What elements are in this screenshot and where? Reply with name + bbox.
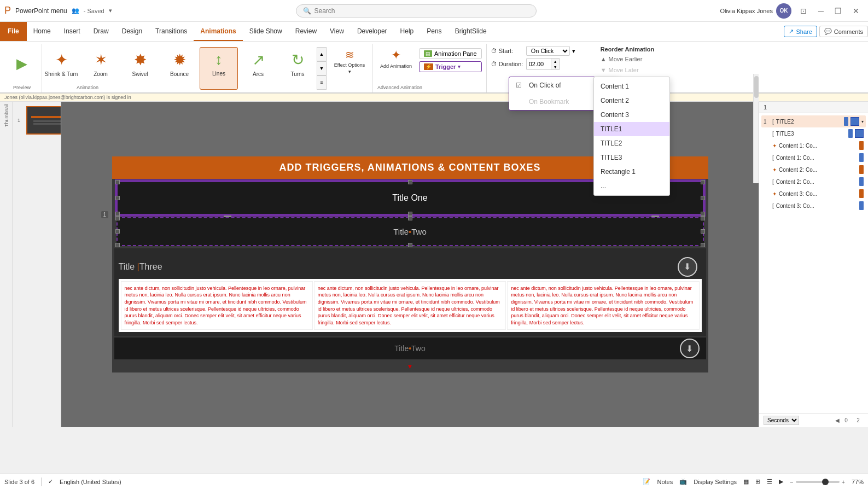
restore-button[interactable]: ❐ xyxy=(831,3,846,19)
comments-button[interactable]: 💬 Comments xyxy=(819,26,868,37)
anim-list-item-content2b[interactable]: [ Content 2: Co... xyxy=(761,176,866,188)
handle-r[interactable] xyxy=(701,196,705,200)
handle-l[interactable] xyxy=(115,229,120,234)
tab-draw[interactable]: Draw xyxy=(87,22,115,41)
zoom-out-icon[interactable]: − xyxy=(790,479,793,485)
seconds-select[interactable]: Seconds xyxy=(764,416,799,425)
tab-pens[interactable]: Pens xyxy=(420,22,448,41)
tab-insert[interactable]: Insert xyxy=(57,22,87,41)
handle-bl[interactable] xyxy=(115,212,120,216)
close-button[interactable]: ✕ xyxy=(848,3,864,19)
handle-t[interactable] xyxy=(408,180,412,184)
anim-list-item-content2a[interactable]: ✦ Content 2: Co... xyxy=(761,164,866,176)
notes-label[interactable]: Notes xyxy=(657,479,673,485)
tab-animations[interactable]: Animations xyxy=(194,22,242,41)
handle-r[interactable] xyxy=(701,229,705,234)
app-title: PowerPoint menu xyxy=(15,7,67,15)
handle-bl[interactable] xyxy=(115,243,120,247)
down-arrow-bottom-button[interactable]: ⬇ xyxy=(680,339,700,358)
comment-icon: 💬 xyxy=(824,28,832,35)
anim-shrink-turn[interactable]: ✦ Shrink & Turn xyxy=(42,47,80,90)
anim-arcs[interactable]: ↗ Arcs xyxy=(239,47,277,90)
anim-swivel[interactable]: ✸ Swivel xyxy=(121,47,159,90)
submenu-more[interactable]: ... xyxy=(594,179,669,193)
thumbnail-slide-1[interactable]: 1 xyxy=(26,106,61,135)
anim-list-item-content3b[interactable]: [ Content 3: Co... xyxy=(761,200,866,212)
tab-developer[interactable]: Developer xyxy=(351,22,394,41)
add-animation-button[interactable]: ✦ Add Animation xyxy=(377,46,415,71)
move-later-button[interactable]: ▼ Move Later xyxy=(601,66,674,74)
scroll-more-button[interactable]: ≡ xyxy=(317,75,327,90)
view-slide-sorter-icon[interactable]: ⊞ xyxy=(755,478,760,485)
handle-tl[interactable] xyxy=(115,180,120,184)
trigger-button[interactable]: ⚡ Trigger ▾ xyxy=(419,61,482,72)
zoom-slider[interactable] xyxy=(796,481,840,483)
zoom-in-icon[interactable]: + xyxy=(842,479,845,485)
start-select[interactable]: On Click xyxy=(526,46,570,56)
anim-turns[interactable]: ↻ Turns xyxy=(278,47,317,90)
handle-b[interactable] xyxy=(408,243,412,247)
submenu-content1[interactable]: Content 1 xyxy=(594,79,669,94)
effect-options-button[interactable]: ≋ Effect Options ▾ xyxy=(331,46,368,77)
anim-list-item-title3[interactable]: [ TITLE3 xyxy=(761,127,866,139)
zoom-level[interactable]: 77% xyxy=(852,479,864,485)
tab-transitions[interactable]: Transitions xyxy=(149,22,194,41)
submenu-rectangle1[interactable]: Rectangle 1 xyxy=(594,165,669,179)
tab-file[interactable]: File xyxy=(0,22,27,41)
preview-button[interactable]: ▶ xyxy=(7,46,37,81)
anim-list-item-title2[interactable]: 1 [ TITLE2 ▾ xyxy=(761,115,866,127)
animation-pane-button[interactable]: ▤ Animation Pane xyxy=(419,48,482,59)
handle-br[interactable] xyxy=(701,212,705,216)
handle-tr[interactable] xyxy=(701,180,705,184)
duration-input[interactable] xyxy=(527,60,551,68)
tab-review[interactable]: Review xyxy=(289,22,323,41)
submenu-title2[interactable]: TITLE2 xyxy=(594,136,669,150)
anim-list-item-content1b[interactable]: [ Content 1: Co... xyxy=(761,152,866,164)
scroll-up-button[interactable]: ▲ xyxy=(317,47,327,61)
display-settings-label[interactable]: Display Settings xyxy=(694,479,737,485)
anim-lines[interactable]: ↕ Lines xyxy=(200,47,238,90)
search-box[interactable]: 🔍 xyxy=(296,4,537,18)
user-avatar: OK xyxy=(776,3,791,19)
signed-in-notice: Jones (olivia.kippax.jones@brightcarbon.… xyxy=(0,94,868,102)
duration-spinner[interactable]: ▲ ▼ xyxy=(526,58,560,70)
tab-slideshow[interactable]: Slide Show xyxy=(243,22,289,41)
anim-bounce[interactable]: ✹ Bounce xyxy=(160,47,199,90)
anim-list-item-content3a[interactable]: ✦ Content 3: Co... xyxy=(761,188,866,200)
spell-check-icon[interactable]: ✓ xyxy=(48,478,53,485)
minimize-button[interactable]: ─ xyxy=(813,3,829,19)
play-icon: ▶ xyxy=(16,55,27,72)
tab-help[interactable]: Help xyxy=(394,22,421,41)
tab-design[interactable]: Design xyxy=(115,22,149,41)
share-button[interactable]: ↗ Share xyxy=(784,26,817,37)
handle-b[interactable] xyxy=(408,212,412,216)
move-earlier-button[interactable]: ▲ Move Earlier xyxy=(601,55,674,63)
duration-down-button[interactable]: ▼ xyxy=(551,64,560,69)
view-reading-icon[interactable]: ☰ xyxy=(767,478,772,485)
down-arrow-button[interactable]: ⬇ xyxy=(678,257,697,277)
handle-br[interactable] xyxy=(701,243,705,247)
lines-icon: ↕ xyxy=(215,51,223,68)
tab-view[interactable]: View xyxy=(323,22,351,41)
search-input[interactable] xyxy=(314,7,522,15)
scroll-down-button[interactable]: ▼ xyxy=(317,61,327,75)
submenu-title1[interactable]: TITLE1 xyxy=(594,122,669,136)
ribbon-content: ▶ Preview ✦ Shrink & Turn ✶ Zoom ✸ Swive… xyxy=(0,42,868,94)
handle-tl[interactable] xyxy=(115,216,120,220)
view-slideshow-icon[interactable]: ▶ xyxy=(779,478,783,485)
duration-up-button[interactable]: ▲ xyxy=(551,59,560,64)
anim-list-item-content1a[interactable]: ✦ Content 1: Co... xyxy=(761,139,866,152)
submenu-title3[interactable]: TITLE3 xyxy=(594,150,669,165)
handle-l[interactable] xyxy=(115,196,120,200)
submenu-content3[interactable]: Content 3 xyxy=(594,108,669,122)
tab-brightslide[interactable]: BrightSlide xyxy=(448,22,493,41)
handle-tr[interactable] xyxy=(701,216,705,220)
item-name: TITLE3 xyxy=(776,131,846,137)
handle-t[interactable] xyxy=(408,216,412,220)
title-two-box[interactable]: Title•Two xyxy=(116,217,704,246)
submenu-content2[interactable]: Content 2 xyxy=(594,94,669,108)
tab-home[interactable]: Home xyxy=(27,22,57,41)
fullscreen-button[interactable]: ⊡ xyxy=(796,3,811,19)
zoom-thumb[interactable] xyxy=(822,479,829,485)
view-normal-icon[interactable]: ▦ xyxy=(743,478,749,485)
